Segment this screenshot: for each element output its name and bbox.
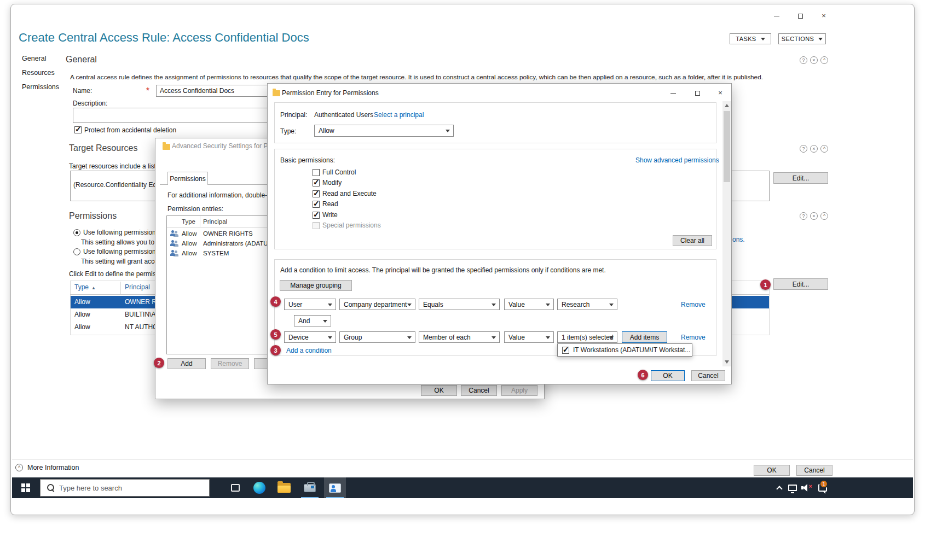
condition1-scope-combo[interactable]: User — [284, 299, 336, 310]
condition1-operator-combo[interactable]: Equals — [419, 299, 500, 310]
condition2-operator-combo[interactable]: Member of each — [419, 331, 500, 343]
main-cancel-button[interactable]: Cancel — [796, 465, 832, 476]
entry-type: Allow — [182, 249, 196, 258]
close-button[interactable]: × — [817, 11, 831, 21]
read-checkbox[interactable] — [313, 201, 320, 208]
advanced-cancel-button[interactable]: Cancel — [461, 385, 497, 396]
sidebar-item-resources[interactable]: Resources — [22, 69, 55, 77]
add-condition-link[interactable]: Add a condition — [286, 347, 332, 355]
condition2-valuetype-combo[interactable]: Value — [504, 331, 554, 343]
tab-permissions[interactable]: Permissions — [167, 172, 208, 185]
collapse-icon[interactable]: ^ — [820, 212, 828, 220]
add-items-button[interactable]: Add items — [622, 331, 667, 343]
chevron-down-icon — [323, 320, 327, 323]
close-icon[interactable]: × — [810, 212, 818, 220]
it-workstations-checkbox[interactable] — [562, 347, 569, 354]
close-button[interactable]: × — [713, 88, 727, 98]
help-icon[interactable]: ? — [800, 56, 807, 64]
close-icon[interactable]: × — [810, 145, 818, 153]
annotation-step-1: 1 — [760, 279, 771, 290]
file-explorer-button[interactable] — [274, 477, 294, 498]
help-icon[interactable]: ? — [800, 212, 807, 220]
taskbar-search[interactable] — [40, 479, 210, 497]
annotation-step-5: 5 — [270, 329, 281, 340]
minimize-button[interactable] — [666, 88, 680, 98]
select-principal-link[interactable]: Select a principal — [374, 111, 424, 119]
show-advanced-permissions-link[interactable]: Show advanced permissions — [635, 156, 719, 165]
server-manager-button[interactable] — [299, 477, 321, 498]
minimize-button[interactable] — [770, 11, 784, 21]
condition2-remove-link[interactable]: Remove — [681, 334, 706, 342]
write-checkbox[interactable] — [313, 212, 320, 219]
protect-checkbox[interactable] — [74, 126, 82, 133]
permissions-heading: Permissions — [69, 211, 117, 221]
list-column-type[interactable]: Type — [182, 218, 195, 226]
tray-expand-button[interactable] — [773, 477, 786, 498]
close-icon[interactable]: × — [810, 56, 818, 64]
scroll-down-button[interactable] — [722, 358, 731, 366]
type-combo[interactable]: Allow — [314, 125, 454, 137]
entry-principal: Administrators (ADATU — [203, 240, 268, 248]
more-information-collapse-icon[interactable]: ^ — [15, 464, 23, 471]
collapse-icon[interactable]: ^ — [820, 56, 828, 64]
restore-button[interactable] — [793, 11, 807, 21]
sections-button[interactable]: SECTIONS — [778, 33, 826, 44]
folder-icon — [273, 90, 280, 96]
condition1-remove-link[interactable]: Remove — [681, 301, 706, 309]
sidebar-item-permissions[interactable]: Permissions — [22, 83, 59, 91]
combo-value: Research — [562, 301, 589, 308]
use-current-permissions-radio[interactable] — [73, 229, 80, 236]
condition1-attribute-combo[interactable]: Company department — [339, 299, 415, 310]
entry-cancel-button[interactable]: Cancel — [691, 370, 725, 381]
tasks-button[interactable]: TASKS — [730, 33, 771, 44]
ad-admin-center-button[interactable] — [324, 477, 346, 498]
condition1-value-combo[interactable]: Research — [557, 299, 617, 310]
ad-admin-center-icon — [329, 483, 341, 493]
column-header-type[interactable]: Type▲ — [74, 283, 96, 292]
condition-operator-combo[interactable]: And — [294, 315, 331, 326]
row-type: Allow — [74, 323, 90, 331]
use-proposed-permissions-radio[interactable] — [73, 248, 80, 255]
collapse-icon[interactable]: ^ — [820, 145, 828, 153]
tasks-button-label: TASKS — [736, 36, 756, 42]
annotation-step-2: 2 — [154, 358, 164, 368]
modify-label: Modify — [322, 179, 342, 187]
chevron-down-icon — [492, 336, 496, 339]
task-view-button[interactable] — [226, 477, 245, 498]
list-column-principal[interactable]: Principal — [203, 218, 227, 226]
condition2-attribute-combo[interactable]: Group — [339, 331, 415, 343]
manage-grouping-button[interactable]: Manage grouping — [280, 280, 352, 291]
edge-button[interactable] — [250, 477, 269, 498]
permissions-edit-button[interactable]: Edit... — [773, 278, 828, 290]
help-icon[interactable]: ? — [800, 145, 807, 153]
volume-tray-button[interactable]: × — [799, 477, 814, 498]
type-label: Type: — [280, 127, 296, 136]
start-button[interactable] — [13, 477, 38, 498]
main-ok-button[interactable]: OK — [754, 465, 790, 476]
entry-ok-button[interactable]: OK — [651, 370, 685, 381]
truncated-link-fragment[interactable]: ons. — [732, 236, 745, 244]
special-permissions-label: Special permissions — [322, 221, 381, 230]
condition2-scope-combo[interactable]: Device — [284, 331, 336, 343]
scrollbar-thumb[interactable] — [724, 111, 730, 182]
permission-entry-dialog: Permission Entry for Permissions × Princ… — [267, 83, 732, 384]
advanced-ok-button[interactable]: OK — [421, 385, 457, 396]
clear-all-button[interactable]: Clear all — [673, 235, 712, 246]
add-button[interactable]: Add — [167, 358, 206, 369]
modify-checkbox[interactable] — [313, 179, 320, 186]
entry-principal: SYSTEM — [203, 249, 229, 258]
condition1-valuetype-combo[interactable]: Value — [504, 299, 554, 310]
column-header-principal[interactable]: Principal — [125, 283, 150, 291]
chevron-down-icon — [492, 304, 496, 306]
chevron-down-icon — [328, 336, 332, 339]
target-edit-button[interactable]: Edit... — [773, 172, 828, 184]
sidebar-item-general[interactable]: General — [22, 55, 46, 63]
network-tray-button[interactable] — [786, 477, 799, 498]
search-input[interactable] — [59, 484, 190, 492]
maximize-button[interactable] — [690, 88, 704, 98]
more-information-label[interactable]: More Information — [27, 464, 79, 472]
condition2-items-combo[interactable]: 1 item(s) selected — [557, 331, 617, 343]
scroll-up-button[interactable] — [722, 101, 731, 110]
read-and-execute-checkbox[interactable] — [313, 190, 320, 197]
full-control-checkbox[interactable] — [313, 169, 320, 176]
